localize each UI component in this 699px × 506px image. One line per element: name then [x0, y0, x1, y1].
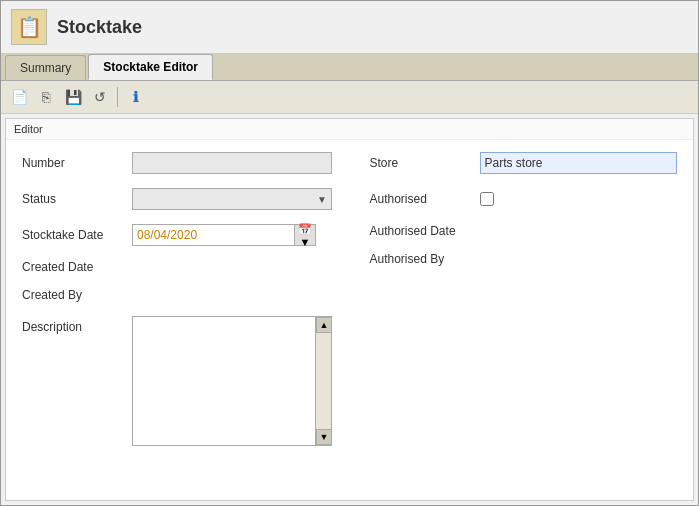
authorised-by-label: Authorised By — [370, 252, 480, 266]
authorised-row: Authorised — [370, 188, 678, 210]
window-icon: 📋 — [11, 9, 47, 45]
description-textarea[interactable] — [133, 317, 315, 445]
store-row: Store — [370, 152, 678, 174]
help-button[interactable]: ℹ — [123, 85, 147, 109]
toolbar: 📄 ⎘ 💾 ↺ ℹ — [1, 81, 698, 114]
stocktake-date-label: Stocktake Date — [22, 228, 132, 242]
tab-summary[interactable]: Summary — [5, 55, 86, 80]
authorised-date-label: Authorised Date — [370, 224, 480, 238]
form-left: Number Status ▼ — [22, 152, 350, 460]
created-by-row: Created By — [22, 288, 350, 302]
tab-stocktake-editor[interactable]: Stocktake Editor — [88, 54, 213, 80]
status-label: Status — [22, 192, 132, 206]
save-icon: 💾 — [65, 89, 82, 105]
help-icon: ℹ — [133, 89, 138, 105]
date-wrapper: 📅▼ — [132, 224, 316, 246]
description-scrollbar: ▲ ▼ — [315, 317, 331, 445]
form-right: Store Authorised Authorised Date — [350, 152, 678, 460]
title-bar: 📋 Stocktake — [1, 1, 698, 54]
scroll-down-arrow[interactable]: ▼ — [316, 429, 332, 445]
authorised-checkbox[interactable] — [480, 192, 494, 206]
number-label: Number — [22, 156, 132, 170]
created-date-label: Created Date — [22, 260, 132, 274]
icon-symbol: 📋 — [17, 15, 42, 39]
number-row: Number — [22, 152, 350, 174]
authorised-label: Authorised — [370, 192, 480, 206]
save-button[interactable]: 💾 — [61, 85, 85, 109]
scroll-up-arrow[interactable]: ▲ — [316, 317, 332, 333]
description-textarea-wrapper: ▲ ▼ — [132, 316, 332, 446]
editor-section-label: Editor — [6, 119, 693, 140]
calendar-button[interactable]: 📅▼ — [295, 224, 316, 246]
refresh-icon: ↺ — [94, 89, 106, 105]
copy-icon: ⎘ — [42, 89, 50, 105]
stocktake-date-input[interactable] — [132, 224, 295, 246]
tab-bar: Summary Stocktake Editor — [1, 54, 698, 81]
stocktake-date-row: Stocktake Date 📅▼ — [22, 224, 350, 246]
store-label: Store — [370, 156, 480, 170]
new-icon: 📄 — [11, 89, 28, 105]
editor-area: Editor Number Status — [5, 118, 694, 501]
store-input-wrapper — [480, 152, 678, 174]
authorised-checkbox-wrapper — [480, 188, 494, 210]
authorised-by-row: Authorised By — [370, 252, 678, 266]
copy-button[interactable]: ⎘ — [34, 85, 58, 109]
created-by-label: Created By — [22, 288, 132, 302]
number-input[interactable] — [132, 152, 332, 174]
toolbar-separator — [117, 87, 118, 107]
number-input-wrapper — [132, 152, 332, 174]
status-row: Status ▼ — [22, 188, 350, 210]
window-title: Stocktake — [57, 17, 142, 38]
description-label: Description — [22, 316, 132, 334]
refresh-button[interactable]: ↺ — [88, 85, 112, 109]
store-input[interactable] — [480, 152, 678, 174]
scrollbar-thumb-area — [316, 333, 331, 429]
authorised-date-row: Authorised Date — [370, 224, 678, 238]
new-button[interactable]: 📄 — [7, 85, 31, 109]
status-select-wrapper: ▼ — [132, 188, 332, 210]
form-body: Number Status ▼ — [6, 140, 693, 472]
calendar-icon: 📅▼ — [295, 223, 315, 248]
status-select[interactable] — [133, 189, 331, 209]
description-row: Description ▲ ▼ — [22, 316, 350, 446]
created-date-row: Created Date — [22, 260, 350, 274]
main-window: 📋 Stocktake Summary Stocktake Editor 📄 ⎘… — [0, 0, 699, 506]
